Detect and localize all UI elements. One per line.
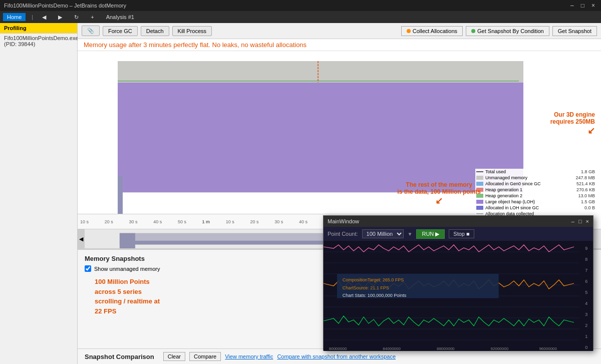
collect-dot (407, 29, 411, 33)
maximize-btn[interactable]: □ (579, 2, 586, 9)
svg-text:5: 5 (585, 290, 587, 295)
svg-text:Chart Stats:       100,000,000: Chart Stats: 100,000,000 Points (343, 293, 407, 298)
collect-allocations-btn[interactable]: Collect Allocations (401, 26, 463, 36)
sidebar: Profiling Fifo100MillionPointsDemo.exe (… (0, 23, 78, 364)
annotation-3d: Our 3D engine requires 250MB ↙ (550, 111, 595, 136)
main-window-popup: MainWindow – □ × Point Count: 100 Millio… (323, 215, 593, 350)
run-btn[interactable]: RUN ▶ (416, 229, 445, 239)
menu-refresh[interactable]: ↻ (71, 13, 82, 22)
legend-heap2: Heap generation 2 13.0 MB (475, 193, 596, 199)
svg-rect-1 (118, 61, 523, 83)
svg-rect-3 (78, 61, 118, 214)
svg-text:9: 9 (585, 246, 587, 251)
popup-chart-svg: 9 8 7 6 5 4 3 2 1 0 (324, 241, 593, 351)
view-memory-traffic-link[interactable]: View memory traffic (225, 353, 273, 359)
svg-text:0: 0 (585, 345, 587, 350)
legend-heap1: Heap generation 1 270.6 KB (475, 187, 596, 193)
legend: Total used 1.8 GB Unmanaged memory 247.8… (475, 169, 596, 217)
annotation-data: The rest of the memory is the data, 100 … (397, 181, 481, 206)
legend-loh: Large object heap (LOH) 1.5 GB (475, 199, 596, 205)
show-unmanaged-label: Show unmanaged memory (94, 266, 160, 272)
menu-forward[interactable]: ▶ (55, 13, 65, 22)
toolbar: 📎 Force GC Detach Kill Process Collect A… (78, 23, 601, 39)
title-bar: Fifo100MillionPointsDemo – JetBrains dot… (0, 0, 601, 11)
snapshot-comparison-title: Snapshot Comparison (85, 353, 154, 360)
svg-text:96000000: 96000000 (539, 346, 557, 351)
menu-bar: Home | ◀ ▶ ↻ + Analysis #1 (0, 11, 601, 23)
minimize-btn[interactable]: – (568, 2, 576, 9)
menu-back[interactable]: ◀ (39, 13, 49, 22)
popup-chart: 9 8 7 6 5 4 3 2 1 0 (324, 241, 593, 351)
detach-btn[interactable]: Detach (141, 26, 169, 36)
clear-btn[interactable]: Clear (163, 352, 185, 361)
svg-text:ChartSource:    21.1 FPS: ChartSource: 21.1 FPS (343, 285, 389, 290)
svg-text:6: 6 (585, 279, 587, 284)
popup-minimize[interactable]: – (571, 218, 574, 224)
close-btn[interactable]: × (589, 2, 597, 9)
point-count-label: Point Count: (328, 231, 358, 237)
svg-rect-10 (120, 233, 135, 248)
snapshot-by-condition-btn[interactable]: Get Snapshot By Condition (466, 26, 549, 36)
legend-unmanaged: Unmanaged memory 247.8 MB (475, 175, 596, 181)
popup-maximize[interactable]: □ (578, 218, 582, 224)
snapshot-dot (471, 29, 475, 33)
menu-analysis[interactable]: Analysis #1 (103, 13, 137, 21)
minimap-scroll-left[interactable]: ◀ (78, 229, 85, 248)
attach-icon-btn[interactable]: 📎 (82, 26, 100, 36)
annotation-top: Memory usage after 3 minutes perfectly f… (78, 39, 601, 51)
point-count-select[interactable]: 100 Million (362, 229, 404, 238)
menu-add[interactable]: + (88, 13, 97, 21)
graph-section: Our 3D engine requires 250MB ↙ The rest … (78, 51, 601, 229)
svg-text:7: 7 (585, 268, 587, 273)
svg-text:92000000: 92000000 (491, 346, 509, 351)
legend-loh-since-gc: Allocated in LOH since GC 0.0 B (475, 205, 596, 211)
svg-text:1: 1 (585, 334, 587, 339)
popup-title: MainWindow (328, 218, 571, 224)
compare-btn[interactable]: Compare (189, 352, 221, 361)
compare-other-workspace-link[interactable]: Compare with snapshot from another works… (277, 353, 396, 359)
kill-process-btn[interactable]: Kill Process (172, 26, 212, 36)
force-gc-btn[interactable]: Force GC (103, 26, 138, 36)
get-snapshot-btn[interactable]: Get Snapshot (552, 26, 597, 36)
menu-home[interactable]: Home (3, 13, 26, 21)
svg-text:3: 3 (585, 312, 587, 317)
legend-gen0: Allocated in Gen0 since GC 521.4 KB (475, 181, 596, 187)
svg-text:8: 8 (585, 257, 587, 262)
popup-toolbar: Point Count: 100 Million ▼ RUN ▶ Stop ■ (324, 227, 593, 241)
stop-btn[interactable]: Stop ■ (449, 229, 474, 238)
sidebar-process: Fifo100MillionPointsDemo.exe (PID: 39844… (0, 34, 77, 49)
show-unmanaged-checkbox[interactable] (85, 265, 91, 272)
svg-text:CompositionTarget: 265.0 FPS: CompositionTarget: 265.0 FPS (343, 277, 404, 282)
svg-rect-4 (118, 176, 123, 214)
svg-text:4: 4 (585, 301, 587, 306)
sidebar-header: Profiling (0, 23, 77, 34)
svg-text:80000000: 80000000 (329, 346, 347, 351)
popup-title-bar: MainWindow – □ × (324, 216, 593, 227)
svg-rect-2 (118, 83, 523, 193)
svg-text:84000000: 84000000 (383, 346, 401, 351)
popup-close[interactable]: × (586, 218, 589, 224)
title-bar-text: Fifo100MillionPointsDemo – JetBrains dot… (4, 3, 126, 9)
svg-text:2: 2 (585, 323, 587, 328)
svg-text:88000000: 88000000 (437, 346, 455, 351)
legend-total-used: Total used 1.8 GB (475, 169, 596, 175)
